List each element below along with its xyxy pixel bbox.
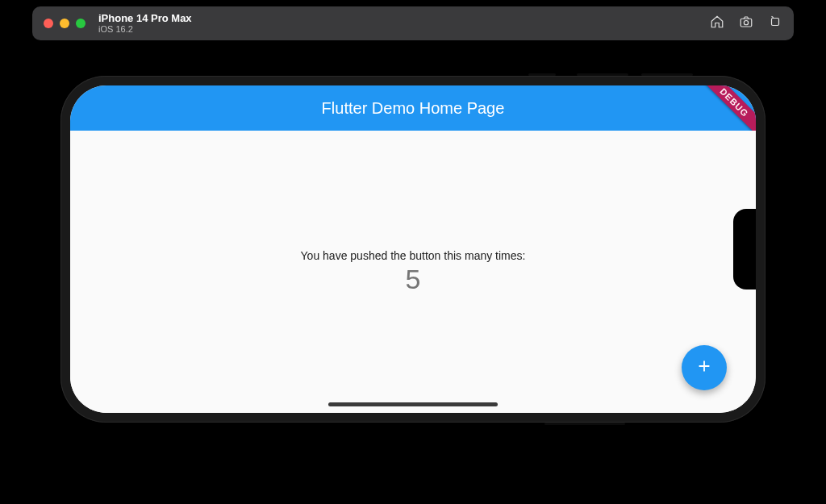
- device-screen: Flutter Demo Home Page DEBUG You have pu…: [70, 85, 756, 413]
- device-name: iPhone 14 Pro Max: [98, 13, 192, 24]
- home-icon[interactable]: [710, 15, 724, 32]
- increment-fab[interactable]: [682, 345, 727, 390]
- plus-icon: [695, 357, 713, 378]
- svg-rect-0: [740, 19, 752, 27]
- app-body: You have pushed the button this many tim…: [70, 131, 756, 413]
- zoom-window-button[interactable]: [76, 19, 86, 28]
- os-version: iOS 16.2: [98, 24, 192, 34]
- app-bar: Flutter Demo Home Page: [70, 85, 756, 131]
- device-frame: Flutter Demo Home Page DEBUG You have pu…: [60, 76, 766, 423]
- side-button: [577, 73, 628, 76]
- close-window-button[interactable]: [44, 19, 53, 28]
- titlebar-actions: [710, 15, 782, 32]
- counter-value: 5: [406, 264, 421, 295]
- window-controls: [44, 19, 86, 28]
- counter-label: You have pushed the button this many tim…: [301, 249, 526, 262]
- side-button: [544, 423, 625, 425]
- titlebar-text: iPhone 14 Pro Max iOS 16.2: [98, 13, 192, 34]
- rotate-icon[interactable]: [768, 15, 782, 32]
- side-button: [641, 73, 693, 76]
- side-button: [528, 73, 556, 76]
- simulator-titlebar: iPhone 14 Pro Max iOS 16.2: [32, 6, 794, 40]
- home-indicator[interactable]: [328, 402, 498, 406]
- svg-rect-2: [772, 19, 779, 26]
- minimize-window-button[interactable]: [60, 19, 69, 28]
- app-bar-title: Flutter Demo Home Page: [322, 99, 505, 118]
- dynamic-island: [733, 209, 756, 289]
- svg-point-1: [744, 21, 748, 25]
- screenshot-icon[interactable]: [739, 15, 753, 32]
